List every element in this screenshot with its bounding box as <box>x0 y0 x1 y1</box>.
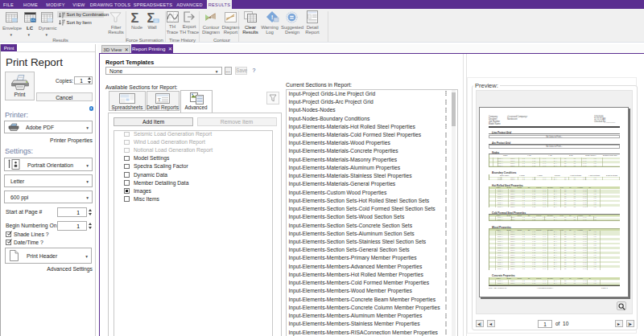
svg-text:LC: LC <box>31 18 35 22</box>
svg-text:!: ! <box>271 14 274 21</box>
svg-text:T: T <box>158 96 161 101</box>
